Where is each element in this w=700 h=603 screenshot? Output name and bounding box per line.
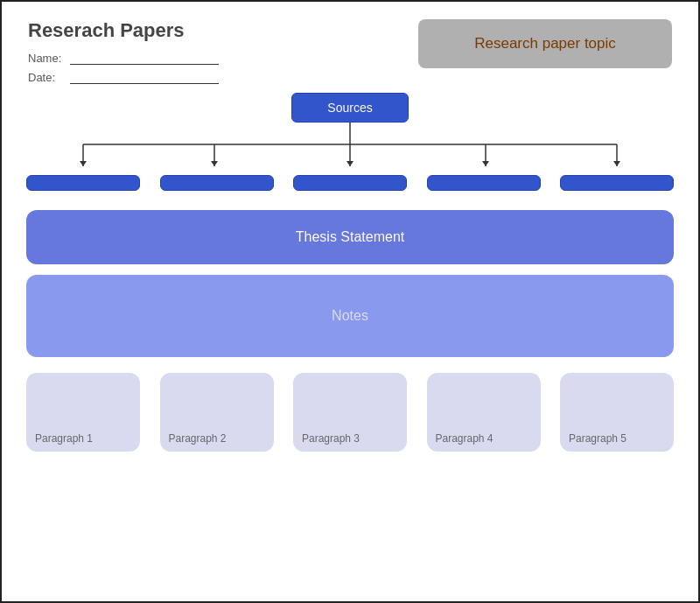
thesis-label: Thesis Statement [296,229,405,244]
source-node-5[interactable] [560,175,674,191]
source-node-3[interactable] [293,175,407,191]
paragraph-box-5[interactable]: Paragraph 5 [560,373,674,452]
paragraph-box-1[interactable]: Paragraph 1 [26,373,140,452]
paragraph-label-1: Paragraph 1 [35,432,93,445]
page: Reserach Papers Name: Date: Research pap… [2,2,698,469]
date-field-row: Date: [28,70,672,84]
source-node-4[interactable] [427,175,541,191]
date-label: Date: [28,71,63,84]
name-input[interactable] [70,51,219,65]
diagram-section: Sources [28,93,672,452]
paragraph-label-5: Paragraph 5 [569,432,626,445]
sources-button[interactable]: Sources [291,93,408,123]
connector-area [26,123,674,175]
svg-marker-7 [80,161,87,166]
paragraph-label-4: Paragraph 4 [436,432,494,445]
topic-box[interactable]: Research paper topic [418,19,672,68]
svg-marker-8 [211,161,218,166]
paragraph-label-3: Paragraph 3 [302,432,360,445]
source-node-2[interactable] [160,175,274,191]
svg-marker-10 [482,161,489,166]
source-nodes [26,175,674,191]
topic-text: Research paper topic [474,35,616,52]
connector-svg [26,123,674,175]
paragraphs-row: Paragraph 1 Paragraph 2 Paragraph 3 Para… [26,373,674,452]
paragraph-box-4[interactable]: Paragraph 4 [427,373,541,452]
svg-marker-9 [346,161,354,166]
source-node-1[interactable] [26,175,140,191]
paragraph-box-3[interactable]: Paragraph 3 [293,373,407,452]
paragraph-label-2: Paragraph 2 [169,432,227,445]
notes-box[interactable]: Notes [26,275,674,357]
date-input[interactable] [70,70,219,84]
notes-label: Notes [332,308,368,323]
thesis-box[interactable]: Thesis Statement [26,210,674,264]
paragraph-box-2[interactable]: Paragraph 2 [160,373,274,452]
svg-marker-11 [613,161,620,166]
name-label: Name: [28,52,63,65]
